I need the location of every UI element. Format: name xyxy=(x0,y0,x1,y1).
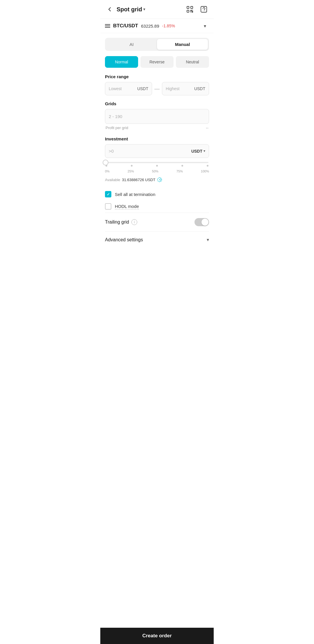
price-dash: — xyxy=(154,86,160,92)
slider-dot-25 xyxy=(131,165,133,167)
main-content: AI Manual Normal Reverse Neutral Price r… xyxy=(100,33,214,273)
svg-rect-2 xyxy=(187,10,189,12)
advanced-chevron-icon: ▾ xyxy=(207,237,209,242)
refresh-icon[interactable] xyxy=(157,177,162,182)
create-order-button[interactable]: Create order xyxy=(100,628,214,644)
header-icons xyxy=(185,4,209,15)
profit-per-grid-row: Profit per grid -- xyxy=(105,126,209,130)
hodl-label: HODL mode xyxy=(115,204,139,209)
sell-all-row: Sell all at termination xyxy=(105,188,209,200)
pair-expand-button[interactable]: ▾ xyxy=(201,22,209,30)
trailing-label-group: Trailing grid i xyxy=(105,219,137,225)
slider-labels: 0% 25% 50% 75% 100% xyxy=(105,170,209,173)
highest-label: Highest xyxy=(166,86,179,91)
advanced-label: Advanced settings xyxy=(105,237,143,242)
highest-price-input[interactable]: Highest USDT xyxy=(162,82,209,95)
tab-reverse[interactable]: Reverse xyxy=(140,56,174,68)
pair-price: 63225.89 xyxy=(141,24,159,28)
slider-container[interactable] xyxy=(105,162,209,167)
svg-rect-0 xyxy=(187,6,189,8)
slider-label-25: 25% xyxy=(128,170,134,173)
trailing-info-icon[interactable]: i xyxy=(131,219,137,225)
mode-manual-button[interactable]: Manual xyxy=(157,39,208,50)
profit-value: -- xyxy=(206,126,208,130)
tab-neutral[interactable]: Neutral xyxy=(176,56,209,68)
grids-input[interactable]: 2 - 190 xyxy=(105,109,209,124)
lowest-price-input[interactable]: Lowest USDT xyxy=(105,82,152,95)
scanner-button[interactable] xyxy=(185,4,195,15)
available-label: Available xyxy=(105,178,120,182)
back-button[interactable] xyxy=(105,5,114,14)
hodl-row: HODL mode xyxy=(105,200,209,213)
currency-chevron-icon: ▾ xyxy=(204,149,205,153)
trailing-label: Trailing grid xyxy=(105,220,129,225)
mode-toggle: AI Manual xyxy=(105,38,209,51)
hamburger-menu[interactable] xyxy=(105,24,110,28)
currency-selector[interactable]: USDT ▾ xyxy=(191,149,205,154)
slider-label-100: 100% xyxy=(201,170,209,173)
pair-name[interactable]: BTC/USDT xyxy=(113,23,138,29)
advanced-settings-row[interactable]: Advanced settings ▾ xyxy=(105,231,209,248)
header-left: Spot grid ▾ xyxy=(105,5,147,14)
highest-currency: USDT xyxy=(194,86,205,91)
available-value: 31.63886726 USDT xyxy=(122,178,156,182)
slider-label-0: 0% xyxy=(105,170,110,173)
tab-normal[interactable]: Normal xyxy=(105,56,138,68)
page-title: Spot grid ▾ xyxy=(117,6,145,13)
hodl-checkbox[interactable] xyxy=(105,203,111,210)
grids-label: Grids xyxy=(105,101,209,106)
price-range-row: Lowest USDT — Highest USDT xyxy=(105,82,209,95)
sell-all-label: Sell all at termination xyxy=(115,192,155,197)
pair-bar-left: BTC/USDT 63225.89 -1.85% xyxy=(105,23,201,29)
bottom-spacer xyxy=(105,248,209,268)
available-row: Available 31.63886726 USDT xyxy=(105,177,209,182)
pair-bar: BTC/USDT 63225.89 -1.85% ▾ xyxy=(100,19,214,33)
svg-rect-3 xyxy=(201,6,207,12)
investment-currency: USDT xyxy=(191,149,202,154)
slider-label-50: 50% xyxy=(152,170,158,173)
slider-dot-50 xyxy=(156,165,158,167)
slider-label-75: 75% xyxy=(176,170,183,173)
toggle-thumb xyxy=(201,219,208,226)
sell-all-checkbox[interactable] xyxy=(105,191,111,197)
help-button[interactable] xyxy=(199,4,209,15)
strategy-tabs: Normal Reverse Neutral xyxy=(105,56,209,68)
title-chevron-icon: ▾ xyxy=(143,7,145,11)
slider-dot-75 xyxy=(181,165,183,167)
slider-thumb[interactable] xyxy=(103,160,108,165)
investment-placeholder: >0 xyxy=(109,149,114,154)
lowest-label: Lowest xyxy=(109,86,122,91)
lowest-currency: USDT xyxy=(137,86,148,91)
svg-point-4 xyxy=(204,10,205,11)
trailing-toggle[interactable] xyxy=(195,218,209,226)
trailing-grid-row: Trailing grid i xyxy=(105,213,209,231)
profit-label: Profit per grid xyxy=(106,126,128,130)
investment-label: Investment xyxy=(105,136,209,141)
price-range-label: Price range xyxy=(105,74,209,79)
svg-rect-1 xyxy=(191,6,193,8)
investment-input[interactable]: >0 USDT ▾ xyxy=(105,144,209,158)
mode-ai-button[interactable]: AI xyxy=(106,39,157,50)
slider-track xyxy=(106,162,208,163)
slider-dot-100 xyxy=(207,165,208,167)
slider-dots xyxy=(106,165,208,167)
header: Spot grid ▾ xyxy=(100,0,214,19)
pair-change: -1.85% xyxy=(162,24,175,28)
